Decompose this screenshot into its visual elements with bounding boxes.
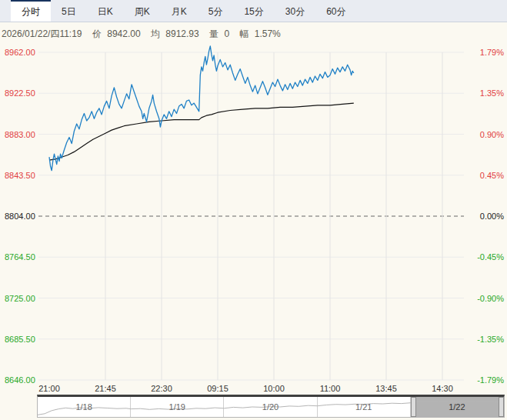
- x-axis-time-label: 21:45: [88, 384, 122, 393]
- y-axis-percent-label: -1.35%: [465, 335, 505, 344]
- x-axis-time-label: 22:30: [145, 384, 178, 393]
- y-axis-price-label: 8685.50: [5, 335, 38, 344]
- date-range-navigator[interactable]: 1/181/191/201/211/22: [37, 395, 505, 418]
- navigator-left-handle[interactable]: [411, 397, 416, 417]
- x-axis-time-label: 21:00: [32, 384, 66, 393]
- y-axis-price-label: 8725.00: [5, 294, 38, 303]
- y-axis-percent-label: 0.00%: [465, 212, 505, 221]
- y-axis-percent-label: -0.90%: [465, 294, 505, 303]
- x-axis-time-label: 11:00: [313, 384, 347, 393]
- y-axis-percent-label: 1.35%: [465, 88, 505, 98]
- navigator-right-handle[interactable]: [499, 397, 504, 417]
- y-axis-price-label: 8804.00: [5, 212, 38, 221]
- y-axis-percent-label: 0.45%: [465, 171, 505, 180]
- navigator-day-1-20[interactable]: 1/20: [224, 397, 317, 417]
- average-line: [49, 103, 354, 160]
- x-axis-time-label: 14:30: [425, 384, 459, 393]
- navigator-day-label: 1/20: [262, 402, 279, 412]
- y-axis-price-label: 8843.50: [5, 171, 38, 180]
- navigator-day-1-18[interactable]: 1/18: [38, 397, 131, 417]
- x-axis-time-label: 09:15: [201, 384, 235, 393]
- navigator-day-label: 1/18: [75, 402, 92, 412]
- y-axis-percent-label: 0.90%: [465, 130, 505, 139]
- x-axis-time-label: 10:00: [257, 384, 291, 393]
- y-axis-price-label: 8883.00: [5, 130, 38, 139]
- y-axis-percent-label: -0.45%: [465, 252, 505, 262]
- y-axis-price-label: 8922.50: [5, 88, 38, 98]
- navigator-day-label: 1/19: [169, 402, 185, 412]
- navigator-day-label: 1/21: [355, 402, 372, 412]
- intraday-chart-plot: [0, 0, 507, 420]
- trading-app-window: 分时5日日K周K月K5分15分30分60分 2026/01/22/四11:19 …: [0, 0, 507, 420]
- navigator-day-label: 1/22: [449, 402, 465, 412]
- y-axis-percent-label: 1.79%: [465, 48, 505, 57]
- navigator-day-1-22[interactable]: 1/22: [411, 397, 504, 417]
- navigator-day-1-21[interactable]: 1/21: [318, 397, 411, 417]
- price-line: [49, 46, 354, 171]
- y-axis-price-label: 8962.00: [5, 48, 38, 57]
- navigator-day-1-19[interactable]: 1/19: [131, 397, 224, 417]
- x-axis-time-label: 13:45: [369, 384, 403, 393]
- y-axis-percent-label: -1.79%: [465, 375, 505, 385]
- y-axis-price-label: 8764.50: [5, 252, 38, 262]
